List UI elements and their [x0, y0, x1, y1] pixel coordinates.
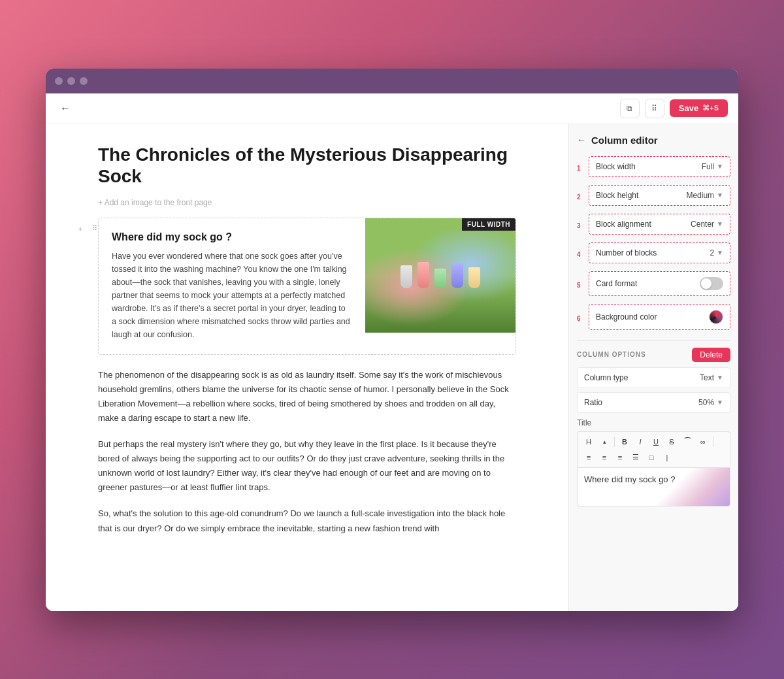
- block-width-value: Full: [702, 162, 714, 171]
- paragraph-3: So, what's the solution to this age-old …: [98, 506, 516, 535]
- column-type-value: Text: [700, 373, 714, 382]
- num-blocks-value: 2: [710, 248, 714, 257]
- italic-btn[interactable]: I: [633, 435, 647, 449]
- close-light: [55, 77, 63, 85]
- paragraph-1: The phenomenon of the disappearing sock …: [98, 368, 516, 425]
- section-divider: [577, 340, 730, 341]
- save-label: Save: [679, 103, 698, 113]
- col-options-header: COLUMN OPTIONS Delete: [577, 348, 730, 362]
- grid-view-button[interactable]: ⠿: [645, 99, 664, 118]
- block-width-select[interactable]: Full ▼: [702, 162, 723, 171]
- card-image: [365, 218, 515, 333]
- title-section-label: Title: [577, 418, 730, 427]
- underline-btn[interactable]: U: [649, 435, 663, 449]
- image-btn[interactable]: □: [644, 450, 659, 465]
- bg-color-label: Background color: [596, 312, 657, 322]
- full-width-badge: FULL WIDTH: [462, 218, 515, 231]
- list-btn[interactable]: ☰: [629, 450, 643, 465]
- sock-5: [468, 267, 480, 288]
- chevron-down-icon-6: ▼: [717, 399, 723, 406]
- unlink-btn[interactable]: ∞: [696, 435, 710, 449]
- socks-visual: [387, 249, 493, 301]
- paragraph-2: But perhaps the real mystery isn't where…: [98, 437, 516, 495]
- sock-2: [417, 262, 429, 288]
- app-window: ← ⧉ ⠿ Save ⌘+S The Chronicles of the Mys…: [46, 69, 738, 611]
- panel-back-icon[interactable]: ←: [577, 135, 586, 145]
- card-inner: Where did my sock go ? Have you ever won…: [99, 218, 515, 354]
- chevron-down-icon-4: ▼: [717, 249, 723, 256]
- column-type-select[interactable]: Text ▼: [700, 373, 723, 382]
- superscript-btn[interactable]: ▴: [597, 435, 612, 449]
- align-center-btn[interactable]: ≡: [597, 450, 612, 465]
- bg-color-row: Background color: [589, 304, 730, 330]
- block-width-label: Block width: [596, 162, 636, 171]
- panel-header: ← Column editor: [577, 135, 730, 146]
- card-text: Where did my sock go ? Have you ever won…: [99, 218, 365, 354]
- toolbar-right: ⧉ ⠿ Save ⌘+S: [620, 99, 728, 118]
- block-height-label: Block height: [596, 191, 638, 200]
- sidebar-panel: ← Column editor 1 Block width Full ▼: [568, 124, 738, 611]
- card-image-inner: [365, 218, 515, 333]
- maximize-light: [80, 77, 88, 85]
- ratio-row[interactable]: Ratio 50% ▼: [577, 392, 730, 413]
- num-blocks-row[interactable]: Number of blocks 2 ▼: [589, 242, 730, 263]
- more-btn[interactable]: |: [660, 450, 674, 465]
- fmt-divider-1: [614, 437, 615, 447]
- chevron-down-icon-2: ▼: [717, 191, 723, 199]
- block-alignment-label: Block alignment: [596, 220, 651, 229]
- external-link-button[interactable]: ⧉: [620, 99, 640, 118]
- fmt-divider-2: [713, 437, 713, 447]
- align-left-btn[interactable]: ≡: [581, 450, 596, 465]
- block-alignment-row[interactable]: Block alignment Center ▼: [589, 214, 730, 235]
- chevron-down-icon-5: ▼: [717, 374, 723, 381]
- sock-4: [451, 263, 463, 288]
- add-image-hint[interactable]: + Add an image to the front page: [98, 198, 516, 207]
- col-options-label: COLUMN OPTIONS: [577, 351, 646, 358]
- strikethrough-btn[interactable]: S: [664, 435, 679, 449]
- num-blocks-select[interactable]: 2 ▼: [710, 248, 723, 257]
- app-content: ← ⧉ ⠿ Save ⌘+S The Chronicles of the Mys…: [46, 93, 738, 611]
- ratio-label: Ratio: [584, 398, 602, 407]
- back-button[interactable]: ←: [56, 99, 74, 118]
- link-btn[interactable]: ⁀: [680, 435, 694, 449]
- heading-btn[interactable]: H: [581, 435, 596, 449]
- editor-area[interactable]: The Chronicles of the Mysterious Disappe…: [46, 124, 568, 611]
- sock-3: [434, 269, 446, 288]
- block-alignment-value: Center: [691, 220, 714, 229]
- chevron-down-icon: ▼: [717, 163, 723, 170]
- card-heading: Where did my sock go ?: [112, 231, 352, 243]
- add-block-button[interactable]: +: [74, 223, 86, 235]
- delete-button[interactable]: Delete: [692, 348, 730, 362]
- bg-color-picker[interactable]: [709, 310, 723, 324]
- panel-rows: 1 Block width Full ▼ 2 Bl: [577, 156, 730, 334]
- block-height-select[interactable]: Medium ▼: [686, 191, 723, 200]
- article-title: The Chronicles of the Mysterious Disappe…: [98, 144, 516, 188]
- card-format-toggle[interactable]: [700, 277, 723, 290]
- titlebar: [46, 69, 738, 93]
- main-area: The Chronicles of the Mysterious Disappe…: [46, 124, 738, 611]
- column-type-label: Column type: [584, 373, 628, 382]
- ratio-value: 50%: [698, 398, 714, 407]
- block-height-value: Medium: [686, 191, 714, 200]
- block-width-row[interactable]: Block width Full ▼: [589, 156, 730, 177]
- title-input[interactable]: Where did my sock go ?: [577, 467, 730, 506]
- align-right-btn[interactable]: ≡: [613, 450, 627, 465]
- minimize-light: [67, 77, 75, 85]
- block-height-row[interactable]: Block height Medium ▼: [589, 185, 730, 206]
- save-button[interactable]: Save ⌘+S: [670, 99, 728, 117]
- save-shortcut: ⌘+S: [702, 104, 719, 112]
- title-section: Title H ▴ B I U S ⁀ ∞ ≡ ≡ ≡: [577, 418, 730, 506]
- card-format-label: Card format: [596, 279, 637, 288]
- content-block: + ⠿ FULL WIDTH Where did my sock go ? Ha…: [98, 218, 516, 355]
- formatting-bar: H ▴ B I U S ⁀ ∞ ≡ ≡ ≡ ☰ □: [577, 431, 730, 467]
- toggle-knob: [701, 278, 711, 289]
- chevron-down-icon-3: ▼: [717, 220, 723, 227]
- bold-btn[interactable]: B: [617, 435, 632, 449]
- column-type-row[interactable]: Column type Text ▼: [577, 367, 730, 388]
- full-width-card: FULL WIDTH Where did my sock go ? Have y…: [98, 218, 516, 355]
- toolbar: ← ⧉ ⠿ Save ⌘+S: [46, 93, 738, 124]
- block-alignment-select[interactable]: Center ▼: [691, 220, 723, 229]
- ratio-select[interactable]: 50% ▼: [698, 398, 723, 407]
- num-blocks-label: Number of blocks: [596, 248, 657, 257]
- block-actions: + ⠿: [74, 223, 101, 235]
